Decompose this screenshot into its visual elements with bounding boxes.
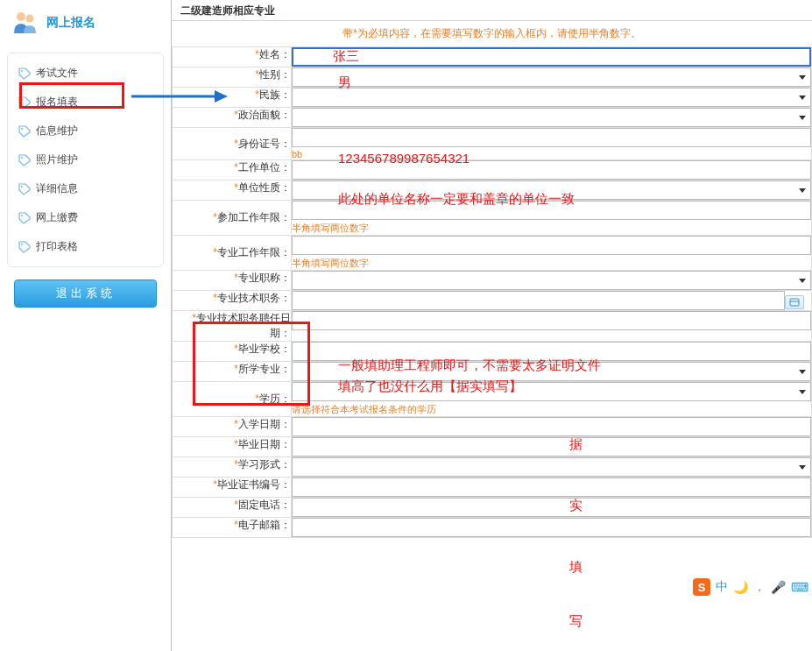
ime-cn-button[interactable]: 中 xyxy=(716,579,728,595)
tag-icon xyxy=(18,154,31,166)
protech-input[interactable] xyxy=(292,291,785,310)
logout-button[interactable]: 退出系统 xyxy=(14,280,157,308)
svg-point-8 xyxy=(21,244,23,245)
menu-item-info-maintain[interactable]: 信息维护 xyxy=(8,117,163,145)
menu-label: 打印表格 xyxy=(36,239,78,254)
label-workyears: 参加工作年限： xyxy=(217,211,291,223)
email-input[interactable] xyxy=(292,518,811,537)
name-input[interactable] xyxy=(292,47,811,67)
menu-label: 信息维护 xyxy=(36,124,78,138)
panel-title: 二级建造师相应专业 xyxy=(172,0,812,21)
gender-select[interactable] xyxy=(292,67,811,87)
menu-label: 考试文件 xyxy=(36,66,78,81)
menu-label: 网上缴费 xyxy=(36,210,78,225)
ethnicity-select[interactable] xyxy=(292,88,811,107)
enrolldate-input[interactable] xyxy=(292,417,811,436)
lookup-button[interactable] xyxy=(785,295,804,309)
label-edu: 学历： xyxy=(259,393,291,405)
tag-icon xyxy=(18,96,31,109)
sidebar: 网上报名 考试文件 报名填表 信息维护 xyxy=(0,0,171,651)
workyears-helper: 半角填写两位数字 xyxy=(292,222,811,235)
edu-select[interactable] xyxy=(292,382,811,401)
political-select[interactable] xyxy=(292,108,811,127)
ime-mic-icon[interactable]: 🎤 xyxy=(771,580,786,594)
tag-icon xyxy=(18,67,31,80)
menu-item-online-payment[interactable]: 网上缴费 xyxy=(8,203,163,232)
svg-point-6 xyxy=(21,186,23,188)
label-school: 毕业学校： xyxy=(238,343,291,355)
label-certno: 毕业证书编号： xyxy=(217,478,291,491)
sidebar-title: 网上报名 xyxy=(46,15,95,31)
main-panel: 二级建造师相应专业 带*为必填内容，在需要填写数字的输入框内，请使用半角数字。 … xyxy=(171,0,812,651)
ime-keyboard-icon[interactable]: ⌨ xyxy=(791,580,808,594)
tag-icon xyxy=(18,183,31,195)
svg-point-4 xyxy=(21,128,23,130)
studymode-select[interactable] xyxy=(292,457,811,477)
label-unittype: 单位性质： xyxy=(238,181,291,194)
label-protech: 专业技术职务： xyxy=(217,292,291,304)
label-major: 所学专业： xyxy=(238,363,291,375)
label-email: 电子邮箱： xyxy=(238,519,291,531)
svg-point-2 xyxy=(21,70,23,72)
menu-label: 报名填表 xyxy=(36,95,78,110)
edu-helper: 请选择符合本考试报名条件的学历 xyxy=(292,403,811,416)
menu-label: 详细信息 xyxy=(36,181,78,196)
menu-item-registration-form[interactable]: 报名填表 xyxy=(8,88,163,117)
menu-item-print-forms[interactable]: 打印表格 xyxy=(8,232,163,261)
people-icon xyxy=(11,9,39,37)
label-workunit: 工作单位： xyxy=(238,161,291,173)
ime-comma-button[interactable]: ， xyxy=(753,579,766,595)
label-enrolldate: 入学日期： xyxy=(238,418,291,430)
menu-item-exam-files[interactable]: 考试文件 xyxy=(8,59,163,88)
svg-point-3 xyxy=(21,99,23,101)
svg-point-0 xyxy=(17,12,25,21)
workunit-input[interactable] xyxy=(292,160,811,180)
proyears-input[interactable] xyxy=(292,236,811,255)
lookup-icon xyxy=(789,298,800,307)
label-protechdate: 专业技术职务聘任日期： xyxy=(196,312,291,339)
svg-rect-9 xyxy=(790,299,799,306)
protitle-select[interactable] xyxy=(292,271,811,290)
ime-moon-icon[interactable]: 🌙 xyxy=(733,580,748,594)
label-proyears: 专业工作年限： xyxy=(217,246,291,258)
label-political: 政治面貌： xyxy=(238,109,291,121)
label-ethnicity: 民族： xyxy=(259,88,291,101)
panel-hint: 带*为必填内容，在需要填写数字的输入框内，请使用半角数字。 xyxy=(172,21,812,46)
menu-item-photo-maintain[interactable]: 照片维护 xyxy=(8,145,163,174)
tag-icon xyxy=(18,212,31,224)
school-input[interactable] xyxy=(292,342,811,361)
workyears-input[interactable] xyxy=(292,201,811,220)
certno-input[interactable] xyxy=(292,478,811,497)
label-phone: 固定电话： xyxy=(238,499,291,511)
menu-item-details[interactable]: 详细信息 xyxy=(8,174,163,203)
label-protitle: 专业职称： xyxy=(238,272,291,284)
label-gender: 性别： xyxy=(259,68,291,81)
ime-toolbar: S 中 🌙 ， 🎤 ⌨ xyxy=(689,576,812,598)
svg-point-5 xyxy=(21,157,23,159)
idnum-input[interactable] xyxy=(292,128,811,147)
label-graddate: 毕业日期： xyxy=(238,438,291,450)
graddate-input[interactable] xyxy=(292,437,811,456)
form-table: *姓名： *性别： *民族： *政治面貌： *身份证号： bb xyxy=(172,46,812,538)
svg-point-7 xyxy=(21,215,23,216)
major-select[interactable] xyxy=(292,362,811,381)
unittype-select[interactable] xyxy=(292,180,811,200)
proyears-helper: 半角填写两位数字 xyxy=(292,257,811,270)
sidebar-header: 网上报名 xyxy=(7,0,164,46)
ime-logo-icon[interactable]: S xyxy=(693,578,710,596)
svg-point-1 xyxy=(26,15,34,23)
logout-label: 退出系统 xyxy=(56,286,116,301)
sidebar-menu: 考试文件 报名填表 信息维护 照片维护 xyxy=(7,53,164,267)
label-idnum: 身份证号： xyxy=(238,138,291,150)
protechdate-input[interactable] xyxy=(292,311,811,330)
tag-icon xyxy=(18,125,31,138)
tag-icon xyxy=(18,241,31,253)
idnum-helper: bb xyxy=(292,149,811,159)
label-studymode: 学习形式： xyxy=(238,458,291,471)
phone-input[interactable] xyxy=(292,498,811,517)
menu-label: 照片维护 xyxy=(36,152,78,167)
label-name: 姓名： xyxy=(259,48,291,60)
